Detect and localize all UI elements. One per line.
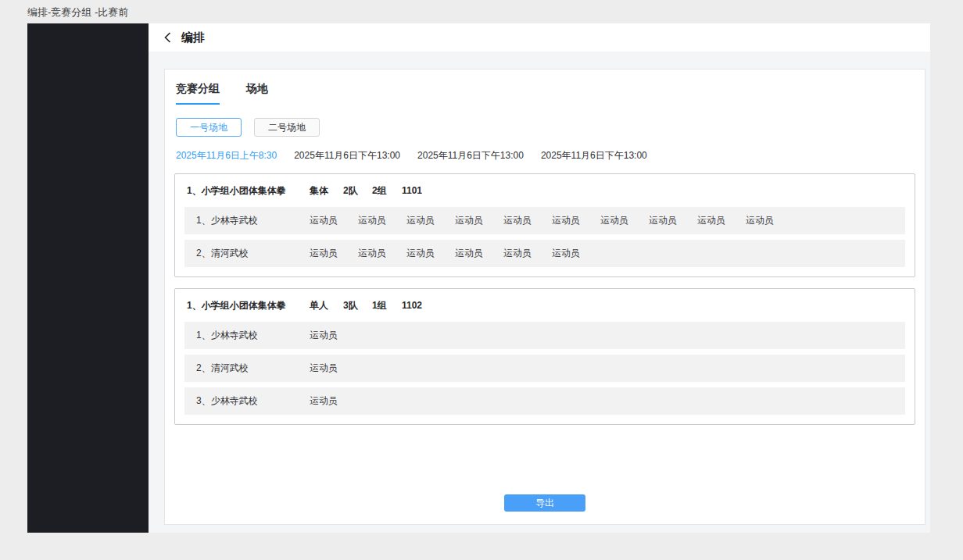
athlete-list: 运动员运动员运动员运动员运动员运动员 [310,247,600,260]
group-header: 1、小学组小团体集体拳 集体 2队 2组 1101 [184,174,905,207]
content-panel: 竞赛分组场地 一号场地二号场地 2025年11月6日上午8:302025年11月… [164,69,925,525]
venue-button[interactable]: 二号场地 [254,118,320,137]
athlete-list: 运动员运动员运动员运动员运动员运动员运动员运动员运动员运动员 [310,214,794,227]
team-name: 1、少林寺武校 [196,329,310,342]
athlete-cell: 运动员 [406,214,455,227]
team-name: 2、清河武校 [196,362,310,375]
window-title: 编排-竞赛分组 -比赛前 [27,5,128,20]
export-button[interactable]: 导出 [504,494,585,512]
group-team-count: 2队 [343,184,372,198]
session-list: 2025年11月6日上午8:302025年11月6日下午13:002025年11… [174,149,915,162]
team-rows: 1、少林寺武校 运动员运动员运动员运动员运动员运动员运动员运动员运动员运动员 2… [184,207,905,267]
group-type: 集体 [310,184,343,198]
session-date[interactable]: 2025年11月6日上午8:30 [176,149,277,162]
team-name: 1、少林寺武校 [196,214,310,227]
athlete-cell: 运动员 [455,214,503,227]
team-name: 3、少林寺武校 [196,394,310,408]
team-row: 3、少林寺武校 运动员 [184,387,905,415]
athlete-cell: 运动员 [600,214,649,227]
session-date[interactable]: 2025年11月6日下午13:00 [417,149,524,162]
athlete-cell: 运动员 [697,214,746,227]
app-window: 编排 竞赛分组场地 一号场地二号场地 2025年11月6日上午8:302025年… [27,23,930,533]
team-row: 2、清河武校 运动员 [184,355,905,382]
topbar: 编排 [149,23,930,52]
athlete-cell: 运动员 [358,214,406,227]
athlete-list: 运动员 [310,329,358,342]
back-icon[interactable] [161,30,175,45]
team-row: 1、少林寺武校 运动员 [184,322,905,349]
athlete-cell: 运动员 [310,247,358,260]
group-card: 1、小学组小团体集体拳 单人 3队 1组 1102 1、少林寺武校 运动员 2、… [174,288,915,425]
athlete-cell: 运动员 [746,214,794,227]
athlete-cell: 运动员 [358,247,406,260]
main-area: 编排 竞赛分组场地 一号场地二号场地 2025年11月6日上午8:302025年… [149,23,930,533]
team-rows: 1、少林寺武校 运动员 2、清河武校 运动员 3、少林寺武校 运动员 [184,322,905,415]
group-number: 2组 [372,184,402,198]
team-row: 1、少林寺武校 运动员运动员运动员运动员运动员运动员运动员运动员运动员运动员 [184,207,905,234]
group-list: 1、小学组小团体集体拳 集体 2队 2组 1101 1、少林寺武校 运动员运动员… [174,173,915,425]
athlete-cell: 运动员 [649,214,697,227]
team-row: 2、清河武校 运动员运动员运动员运动员运动员运动员 [184,240,905,267]
athlete-cell: 运动员 [310,394,358,408]
group-code: 1102 [402,300,422,311]
tab-competition-grouping[interactable]: 竞赛分组 [176,82,220,105]
group-event-name: 1、小学组小团体集体拳 [187,184,310,198]
group-card: 1、小学组小团体集体拳 集体 2队 2组 1101 1、少林寺武校 运动员运动员… [174,173,915,277]
session-date[interactable]: 2025年11月6日下午13:00 [294,149,400,162]
group-event-name: 1、小学组小团体集体拳 [187,299,310,312]
sidebar [27,23,149,533]
group-code: 1101 [402,185,422,196]
tab-bar: 竞赛分组场地 [174,82,915,105]
group-type: 单人 [310,299,343,312]
venue-button[interactable]: 一号场地 [176,118,242,137]
group-number: 1组 [372,299,402,312]
athlete-cell: 运动员 [310,362,358,375]
page-title: 编排 [181,30,205,45]
athlete-cell: 运动员 [455,247,503,260]
athlete-list: 运动员 [310,362,358,375]
session-date[interactable]: 2025年11月6日下午13:00 [541,149,647,162]
athlete-cell: 运动员 [503,247,552,260]
athlete-cell: 运动员 [552,214,600,227]
venue-button-group: 一号场地二号场地 [174,118,915,137]
athlete-cell: 运动员 [552,247,600,260]
team-name: 2、清河武校 [196,247,310,260]
group-team-count: 3队 [343,299,372,312]
group-header: 1、小学组小团体集体拳 单人 3队 1组 1102 [184,289,905,322]
tab-venue[interactable]: 场地 [246,82,268,105]
athlete-cell: 运动员 [406,247,455,260]
export-wrap: 导出 [504,494,585,512]
athlete-list: 运动员 [310,394,358,408]
athlete-cell: 运动员 [503,214,552,227]
athlete-cell: 运动员 [310,214,358,227]
athlete-cell: 运动员 [310,329,358,342]
